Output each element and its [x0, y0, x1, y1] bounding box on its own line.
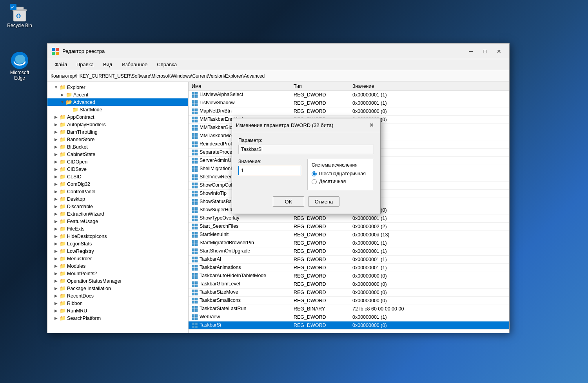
recycle-bin-icon[interactable]: ♻ ✓ Recycle Bin — [4, 4, 35, 28]
param-value: TaskbarSi — [238, 145, 374, 154]
dialog-row: Значение: Система исчисления Шестнадцате… — [238, 159, 374, 190]
dec-radio[interactable] — [312, 179, 317, 184]
value-section: Значение: — [238, 159, 301, 175]
dialog-body: Параметр: TaskbarSi Значение: Система ис… — [232, 132, 380, 214]
dialog-overlay: Изменение параметра DWORD (32 бита) ✕ Па… — [47, 44, 509, 333]
recycle-bin-label: Recycle Bin — [7, 23, 32, 28]
dialog-close-button[interactable]: ✕ — [367, 121, 376, 129]
dec-option[interactable]: Десятичная — [312, 179, 370, 184]
edge-icon[interactable]: Microsoft Edge — [4, 51, 35, 81]
svg-text:✓: ✓ — [11, 4, 15, 10]
dword-dialog: Изменение параметра DWORD (32 бита) ✕ Па… — [232, 118, 381, 214]
hex-radio[interactable] — [312, 171, 317, 176]
svg-text:♻: ♻ — [16, 13, 21, 19]
hex-label: Шестнадцатеричная — [319, 171, 366, 176]
param-label: Параметр: — [238, 138, 374, 143]
dialog-title: Изменение параметра DWORD (32 бита) — [236, 122, 333, 128]
number-system-label: Система исчисления — [312, 162, 370, 168]
registry-editor-window: Редактор реестра ─ □ ✕ Файл Правка Вид И… — [47, 43, 510, 333]
radio-section: Система исчисления Шестнадцатеричная Дес… — [307, 159, 374, 190]
value-label: Значение: — [238, 159, 301, 164]
dialog-titlebar: Изменение параметра DWORD (32 бита) ✕ — [232, 118, 380, 132]
dialog-buttons: OK Отмена — [238, 196, 374, 208]
hex-option[interactable]: Шестнадцатеричная — [312, 171, 370, 176]
value-input[interactable] — [238, 166, 301, 175]
cancel-button[interactable]: Отмена — [308, 196, 339, 207]
ok-button[interactable]: OK — [273, 196, 304, 207]
edge-label: Microsoft Edge — [4, 70, 35, 81]
dec-label: Десятичная — [319, 179, 346, 184]
